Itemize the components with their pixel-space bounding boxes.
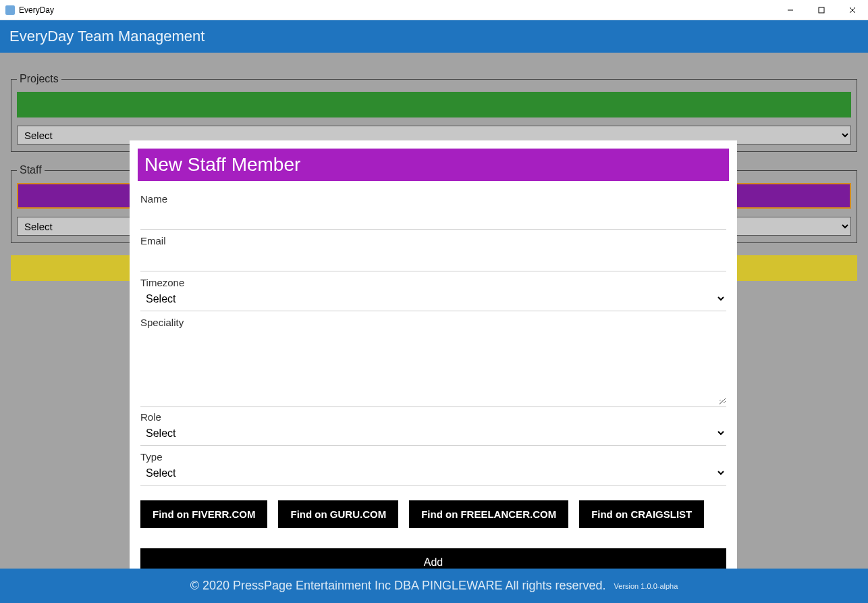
projects-legend: Projects xyxy=(17,73,61,85)
app-title: EveryDay Team Management xyxy=(9,28,205,45)
role-select[interactable]: Select xyxy=(140,424,726,442)
staff-legend: Staff xyxy=(17,164,45,176)
window-maximize-button[interactable] xyxy=(806,0,837,20)
type-select[interactable]: Select xyxy=(140,464,726,482)
app-header: EveryDay Team Management xyxy=(0,20,868,53)
find-fiverr-button[interactable]: Find on FIVERR.COM xyxy=(140,500,267,528)
window-minimize-button[interactable] xyxy=(775,0,806,20)
new-staff-modal: New Staff Member Name Email Timezone Sel… xyxy=(130,140,737,603)
footer-version: Version 1.0.0-alpha xyxy=(614,582,678,590)
window-titlebar: EveryDay xyxy=(0,0,868,20)
find-guru-button[interactable]: Find on GURU.COM xyxy=(278,500,398,528)
window-title: EveryDay xyxy=(19,5,54,15)
window-close-button[interactable] xyxy=(837,0,868,20)
footer: © 2020 PressPage Entertainment Inc DBA P… xyxy=(0,569,868,603)
modal-title: New Staff Member xyxy=(138,149,729,181)
name-label: Name xyxy=(140,189,726,206)
app-icon xyxy=(5,5,15,15)
projects-add-bar[interactable] xyxy=(17,92,851,117)
type-label: Type xyxy=(140,447,726,464)
timezone-label: Timezone xyxy=(140,273,726,290)
speciality-textarea[interactable] xyxy=(140,330,726,404)
timezone-select[interactable]: Select xyxy=(140,290,726,308)
find-freelancer-button[interactable]: Find on FREELANCER.COM xyxy=(409,500,568,528)
role-label: Role xyxy=(140,407,726,424)
name-input[interactable] xyxy=(140,206,726,226)
svg-rect-1 xyxy=(819,7,824,13)
footer-copyright: © 2020 PressPage Entertainment Inc DBA P… xyxy=(190,579,606,593)
find-craigslist-button[interactable]: Find on CRAIGSLIST xyxy=(579,500,704,528)
email-label: Email xyxy=(140,231,726,248)
speciality-label: Speciality xyxy=(140,313,726,330)
main-area: Projects Select Staff Select New Staff M… xyxy=(0,53,868,569)
email-input[interactable] xyxy=(140,248,726,268)
